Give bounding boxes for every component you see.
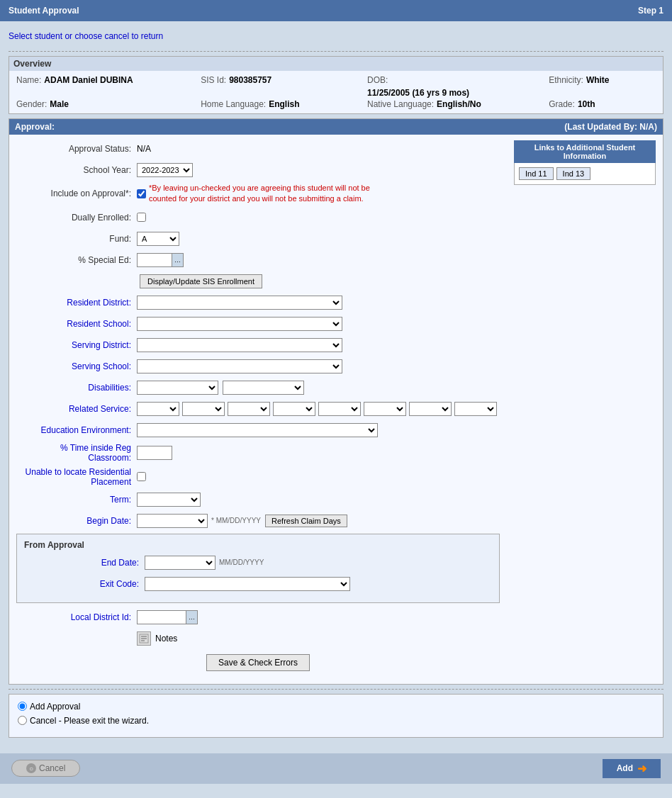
native-language-field: Native Language: English/No	[367, 99, 527, 109]
grade-field: Grade: 10th	[549, 99, 656, 109]
name-field: Name: ADAM Daniel DUBINA	[16, 75, 179, 98]
overview-section: Overview Name: ADAM Daniel DUBINA SIS Id…	[9, 56, 663, 114]
ind13-btn[interactable]: Ind 13	[556, 167, 591, 180]
cancel-wizard-radio[interactable]	[18, 716, 27, 725]
cancel-footer-label: Cancel	[39, 763, 65, 773]
sis-id-value: 980385757	[229, 75, 271, 85]
rs-select-5[interactable]	[318, 402, 361, 416]
overview-header: Overview	[9, 57, 663, 71]
disabilities-selects	[137, 381, 304, 395]
term-select[interactable]	[137, 493, 201, 507]
divider-middle	[9, 689, 663, 690]
resident-district-label: Resident District:	[16, 298, 137, 308]
bottom-section: Add Approval Cancel - Please exit the wi…	[9, 694, 663, 738]
school-year-row: School Year: 2022-2023 2021-2022 2020-20…	[16, 162, 500, 179]
dually-enrolled-checkbox[interactable]	[137, 213, 146, 222]
end-date-row: End Date: MM/DD/YYYY	[24, 554, 492, 571]
overview-content: Name: ADAM Daniel DUBINA SIS Id: 9803857…	[9, 71, 663, 113]
serving-district-label: Serving District:	[16, 340, 137, 350]
local-district-input-group: …	[137, 610, 198, 624]
resident-school-label: Resident School:	[16, 319, 137, 329]
serving-school-row: Serving School:	[16, 358, 500, 375]
unable-locate-label: Unable to locate Residential Placement	[16, 467, 137, 487]
local-district-row: Local District Id: …	[16, 609, 500, 626]
dually-enrolled-label: Dually Enrolled:	[16, 213, 137, 223]
begin-date-group: * MM/DD/YYYY Refresh Claim Days	[137, 514, 347, 528]
home-language-label: Home Language:	[201, 99, 266, 109]
education-env-row: Education Environment:	[16, 422, 500, 439]
serving-school-label: Serving School:	[16, 361, 137, 371]
begin-date-select[interactable]	[137, 514, 208, 528]
rs-select-8[interactable]	[454, 402, 497, 416]
local-district-input[interactable]	[137, 610, 186, 624]
refresh-claim-days-btn[interactable]: Refresh Claim Days	[265, 515, 347, 527]
rs-select-6[interactable]	[364, 402, 406, 416]
end-date-group: MM/DD/YYYY	[145, 556, 264, 570]
include-label: Include on Approval*:	[16, 189, 137, 198]
exit-code-select[interactable]	[145, 577, 350, 591]
pct-time-label: % Time inside Reg Classroom:	[16, 443, 137, 463]
ethnicity-label: Ethnicity:	[549, 75, 583, 85]
rs-select-2[interactable]	[182, 402, 225, 416]
rs-select-3[interactable]	[228, 402, 270, 416]
notes-icon[interactable]	[137, 631, 151, 646]
cancel-wizard-row: Cancel - Please exit the wizard.	[18, 716, 654, 726]
ethnicity-field: Ethnicity: White	[549, 75, 656, 98]
special-ed-lookup-btn[interactable]: …	[172, 253, 184, 267]
term-label: Term:	[16, 495, 137, 505]
links-panel-header: Links to Additional Student Information	[514, 140, 656, 163]
native-language-label: Native Language:	[367, 99, 434, 109]
approval-status-label: Approval Status:	[16, 144, 137, 154]
serving-school-select[interactable]	[137, 359, 342, 373]
name-value: ADAM Daniel DUBINA	[44, 75, 133, 85]
fund-row: Fund: A B C	[16, 230, 500, 247]
add-arrow-icon: ➜	[637, 762, 646, 775]
rs-select-4[interactable]	[273, 402, 315, 416]
dob-label: DOB:	[367, 75, 388, 85]
add-approval-radio[interactable]	[18, 702, 27, 711]
exit-code-label: Exit Code:	[24, 579, 145, 589]
resident-school-select[interactable]	[137, 317, 342, 331]
notes-label: Notes	[155, 634, 177, 644]
add-footer-btn[interactable]: Add ➜	[603, 759, 661, 778]
approval-status-row: Approval Status: N/A	[16, 140, 500, 157]
rs-select-7[interactable]	[409, 402, 452, 416]
resident-district-select[interactable]	[137, 296, 342, 310]
add-footer-label: Add	[617, 763, 633, 773]
cancel-wizard-label: Cancel - Please exit the wizard.	[30, 716, 149, 726]
save-check-errors-btn[interactable]: Save & Check Errors	[206, 654, 310, 671]
grade-value: 10th	[578, 99, 595, 109]
end-date-label: End Date:	[24, 558, 145, 568]
related-service-selects	[137, 402, 497, 416]
include-checkbox[interactable]	[137, 189, 146, 198]
from-approval-box: From Approval End Date: MM/DD/YYYY Exit …	[16, 534, 500, 603]
unable-locate-checkbox[interactable]	[137, 472, 146, 481]
fund-select[interactable]: A B C	[137, 232, 179, 246]
cancel-footer-btn[interactable]: ○ Cancel	[11, 760, 80, 777]
begin-date-row: Begin Date: * MM/DD/YYYY Refresh Claim D…	[16, 512, 500, 529]
disabilities-row: Disabilities:	[16, 379, 500, 396]
page-header: Student Approval Step 1	[0, 0, 672, 21]
begin-date-hint: * MM/DD/YYYY	[211, 517, 261, 524]
resident-district-row: Resident District:	[16, 294, 500, 311]
divider-top	[9, 51, 663, 52]
pct-time-input[interactable]	[137, 446, 172, 460]
special-ed-input-group: …	[137, 253, 184, 267]
education-env-select[interactable]	[137, 423, 378, 437]
special-ed-row: % Special Ed: …	[16, 252, 500, 269]
school-year-select[interactable]: 2022-2023 2021-2022 2020-2021	[137, 163, 193, 177]
local-district-lookup-btn[interactable]: …	[186, 610, 198, 624]
disabilities-select-1[interactable]	[137, 381, 218, 395]
serving-district-select[interactable]	[137, 338, 342, 352]
ethnicity-value: White	[586, 75, 610, 85]
special-ed-input[interactable]	[137, 253, 172, 267]
display-update-btn[interactable]: Display/Update SIS Enrollment	[140, 274, 262, 288]
rs-select-1[interactable]	[137, 402, 179, 416]
local-district-label: Local District Id:	[16, 612, 137, 622]
notes-row: Notes	[16, 630, 500, 647]
begin-date-label: Begin Date:	[16, 516, 137, 526]
end-date-select[interactable]	[145, 556, 215, 570]
special-ed-label: % Special Ed:	[16, 255, 137, 265]
disabilities-select-2[interactable]	[223, 381, 304, 395]
ind11-btn[interactable]: Ind 11	[519, 167, 554, 180]
